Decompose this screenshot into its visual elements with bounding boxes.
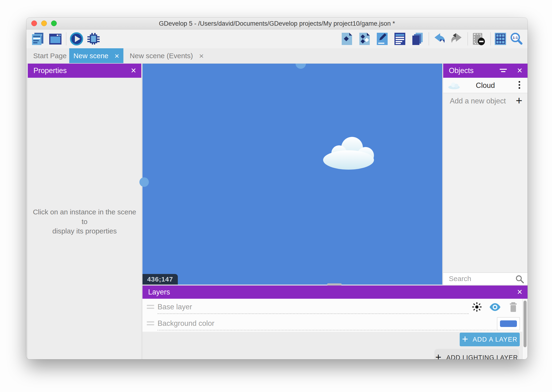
layer-row-base[interactable]: Base layer xyxy=(143,299,527,315)
plus-icon: + xyxy=(516,94,522,108)
panel-title: Objects xyxy=(449,66,474,75)
plus-icon: + xyxy=(462,333,468,345)
add-lighting-layer-button[interactable]: + ADD LIGHTING LAYER xyxy=(435,349,518,359)
toolbar-separator xyxy=(468,32,468,45)
debug-icon[interactable] xyxy=(86,32,101,46)
layer-name: Background color xyxy=(158,315,214,332)
filter-icon[interactable] xyxy=(499,67,507,74)
layer-row-background-color[interactable]: Background color xyxy=(143,315,527,332)
properties-empty-message: Click on an instance in the scene to dis… xyxy=(30,207,139,236)
drag-handle-icon[interactable] xyxy=(147,305,154,310)
scene-resize-handle-top[interactable] xyxy=(296,64,306,69)
objects-panel-header: Objects × xyxy=(443,64,527,78)
layers-panel-header: Layers × xyxy=(143,286,527,299)
edit-scene-icon[interactable] xyxy=(376,32,389,46)
cloud-sprite[interactable] xyxy=(317,135,380,170)
toolbar-separator xyxy=(490,32,491,45)
add-lighting-layer-label: ADD LIGHTING LAYER xyxy=(446,354,518,359)
layers-panel: Layers × Base layer xyxy=(143,286,527,359)
plus-icon: + xyxy=(435,351,442,359)
horizontal-scrollbar[interactable] xyxy=(327,283,342,286)
tab-start-page[interactable]: Start Page xyxy=(31,48,69,63)
tab-label: New scene xyxy=(74,52,108,60)
titlebar: GDevelop 5 - /Users/david/Documents/GDev… xyxy=(26,18,527,29)
tab-label: Start Page xyxy=(33,52,67,60)
close-icon[interactable]: × xyxy=(114,52,119,60)
object-list-item-cloud[interactable]: Cloud xyxy=(443,78,527,93)
layers-scrollbar[interactable] xyxy=(524,301,527,347)
add-object-icon[interactable] xyxy=(340,32,353,46)
scene-resize-handle-left[interactable] xyxy=(139,177,149,187)
panel-title: Layers xyxy=(148,288,170,296)
gdevelop-window: GDevelop 5 - /Users/david/Documents/GDev… xyxy=(26,18,527,359)
tab-bar: Start Page New scene × New scene (Events… xyxy=(26,48,527,63)
search-input[interactable] xyxy=(449,273,512,285)
layers-scrollbar-track xyxy=(522,299,527,359)
objects-panel: Objects × Cloud Add a new object + xyxy=(443,64,527,285)
layer-name-underline xyxy=(158,313,469,314)
start-page-icon[interactable] xyxy=(48,32,62,46)
svg-text:1:1: 1:1 xyxy=(513,35,518,40)
mask-icon[interactable] xyxy=(471,32,486,46)
add-layer-button[interactable]: + ADD A LAYER xyxy=(460,333,520,346)
add-layer-label: ADD A LAYER xyxy=(473,336,518,343)
delete-layer-icon[interactable] xyxy=(509,302,518,312)
toolbar: 1:1 xyxy=(26,29,527,48)
panel-title: Properties xyxy=(34,66,67,75)
background-color-picker[interactable] xyxy=(497,317,520,330)
properties-panel-header: Properties × xyxy=(28,64,141,78)
undo-icon[interactable] xyxy=(432,32,446,46)
play-icon[interactable] xyxy=(69,32,84,46)
add-object-label: Add a new object xyxy=(450,94,506,108)
lighting-icon[interactable] xyxy=(472,302,482,312)
object-name: Cloud xyxy=(443,78,527,93)
add-new-object-button[interactable]: Add a new object + xyxy=(443,94,527,108)
layer-name-underline xyxy=(158,330,499,330)
tab-new-scene-events[interactable]: New scene (Events) × xyxy=(123,48,210,63)
zoom-1-1-icon[interactable]: 1:1 xyxy=(509,32,523,46)
scene-canvas[interactable]: 436;147 xyxy=(143,64,442,285)
drag-handle-icon[interactable] xyxy=(147,321,154,327)
toolbar-separator xyxy=(429,32,429,45)
tab-new-scene[interactable]: New scene × xyxy=(69,48,123,63)
close-icon[interactable]: × xyxy=(131,64,136,78)
color-swatch xyxy=(500,320,517,327)
layer-name: Base layer xyxy=(158,299,192,315)
window-title: GDevelop 5 - /Users/david/Documents/GDev… xyxy=(26,18,527,29)
tab-label: New scene (Events) xyxy=(130,52,193,60)
project-manager-icon[interactable] xyxy=(31,32,45,46)
close-icon[interactable]: × xyxy=(199,52,204,60)
close-icon[interactable]: × xyxy=(517,286,522,299)
duplicate-icon[interactable] xyxy=(411,32,424,46)
cursor-coordinates-badge: 436;147 xyxy=(143,274,178,285)
search-icon[interactable] xyxy=(515,275,524,284)
objects-search-bar xyxy=(443,272,527,285)
redo-icon[interactable] xyxy=(450,32,464,46)
visibility-eye-icon[interactable] xyxy=(489,303,501,311)
toolbar-separator xyxy=(66,32,66,45)
object-menu-icon[interactable] xyxy=(518,81,520,90)
properties-panel: Properties × Click on an instance in the… xyxy=(28,64,141,359)
edit-events-icon[interactable] xyxy=(393,32,407,46)
objects-group-icon[interactable] xyxy=(358,32,371,46)
layer-list: Base layer xyxy=(143,299,527,332)
close-icon[interactable]: × xyxy=(517,64,522,78)
grid-icon[interactable] xyxy=(493,32,508,46)
